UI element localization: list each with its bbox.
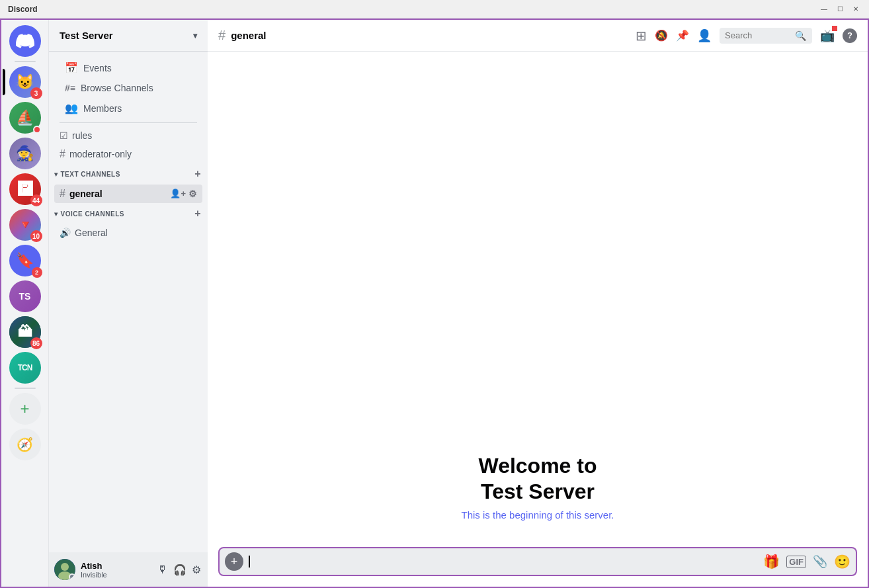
- emoji-icon[interactable]: 🙂: [834, 554, 850, 569]
- server-icon-3[interactable]: 🧙: [9, 138, 41, 169]
- collapse-chevron: ▾: [54, 171, 58, 178]
- text-channels-label: TEXT CHANNELS: [61, 171, 120, 178]
- hash-icon-general: #: [60, 188, 65, 200]
- compass-icon: 🧭: [17, 437, 33, 452]
- badge-5: 10: [30, 230, 42, 242]
- help-icon[interactable]: ?: [843, 28, 857, 43]
- welcome-section: Welcome toTest Server This is the beginn…: [218, 427, 857, 547]
- badge-1: 3: [30, 87, 42, 99]
- user-status: Invisible: [81, 571, 151, 579]
- rules-icon: ☑: [60, 130, 68, 141]
- server-icon-4[interactable]: 🅿 44: [9, 173, 41, 205]
- server-divider-2: [15, 388, 36, 389]
- username: Atish: [81, 561, 151, 571]
- server-icon-1[interactable]: 😺 3: [9, 66, 41, 98]
- text-cursor: [249, 556, 250, 567]
- status-dot: [69, 573, 75, 580]
- app-body: 😺 3 ⛵ 🧙 🅿 44 🔻 10 🔖 2 TS: [0, 19, 869, 588]
- user-controls: 🎙 🎧 ⚙: [156, 562, 202, 577]
- search-input[interactable]: [725, 30, 791, 40]
- voice-category-left: ▾ VOICE CHANNELS: [54, 210, 124, 218]
- welcome-title: Welcome toTest Server: [479, 453, 597, 504]
- nav-events[interactable]: 📅 Events: [54, 58, 202, 78]
- nav-members-label: Members: [83, 103, 122, 114]
- user-area: Atish Invisible 🎙 🎧 ⚙: [49, 552, 208, 587]
- plus-icon: +: [20, 399, 29, 418]
- welcome-subtitle: This is the beginning of this server.: [462, 509, 614, 521]
- add-text-channel-button[interactable]: +: [193, 167, 202, 181]
- minimize-button[interactable]: —: [819, 4, 829, 15]
- inbox-icon[interactable]: 📺: [820, 28, 835, 43]
- channel-voice-general[interactable]: 🔊 General: [54, 224, 202, 241]
- close-button[interactable]: ✕: [850, 4, 861, 15]
- app-title: Discord: [8, 5, 38, 14]
- search-icon: 🔍: [795, 30, 806, 41]
- events-icon: 📅: [65, 62, 78, 74]
- server-divider: [15, 61, 36, 62]
- input-right-icons: 🎁 GIF 📎 🙂: [763, 554, 850, 569]
- user-settings-button[interactable]: ⚙: [190, 562, 202, 577]
- voice-general-label: General: [75, 228, 108, 238]
- add-voice-channel-button[interactable]: +: [193, 206, 202, 221]
- channel-sidebar: Test Server ▾ 📅 Events #≡ Browse Channel…: [49, 20, 208, 587]
- badge-4: 44: [30, 194, 42, 206]
- channel-general-left: # general: [60, 188, 103, 200]
- avatar: [54, 559, 75, 580]
- channel-header-icons: ⊞ 🔕 📌 👤 🔍 📺 ?: [636, 28, 857, 44]
- channel-header-name: general: [231, 30, 266, 41]
- members-icon: 👥: [65, 102, 78, 114]
- discord-home-button[interactable]: [9, 25, 41, 57]
- server-icon-5[interactable]: 🔻 10: [9, 209, 41, 241]
- channel-mod-label: moderator-only: [69, 149, 132, 159]
- server-header[interactable]: Test Server ▾: [49, 20, 208, 52]
- channel-voice-left: 🔊 General: [60, 228, 108, 238]
- window-controls: — ☐ ✕: [819, 4, 861, 15]
- channel-general[interactable]: # general 👤+ ⚙: [54, 185, 202, 203]
- browse-channels-icon: #≡: [65, 83, 75, 93]
- mute-button[interactable]: 🎙: [156, 562, 169, 577]
- gift-icon[interactable]: 🎁: [763, 554, 780, 569]
- add-button[interactable]: +: [225, 552, 243, 571]
- hash-icon-mod: #: [60, 148, 65, 160]
- member-list-icon[interactable]: 👤: [697, 28, 712, 43]
- server-icon-6[interactable]: 🔖 2: [9, 245, 41, 276]
- deafen-button[interactable]: 🎧: [172, 562, 188, 577]
- chevron-down-icon: ▾: [193, 31, 197, 40]
- server-icon-tcn[interactable]: TCN: [9, 352, 41, 384]
- add-member-icon[interactable]: 👤+: [170, 189, 186, 199]
- message-area: Welcome toTest Server This is the beginn…: [208, 52, 868, 547]
- nav-members[interactable]: 👥 Members: [54, 98, 202, 118]
- threads-icon[interactable]: ⊞: [636, 28, 647, 44]
- maximize-button[interactable]: ☐: [835, 4, 845, 15]
- search-bar: 🔍: [720, 28, 812, 44]
- text-channels-category[interactable]: ▾ TEXT CHANNELS +: [49, 164, 208, 184]
- server-icon-photo[interactable]: 🏔 86: [9, 316, 41, 348]
- explore-button[interactable]: 🧭: [9, 429, 41, 460]
- speaker-badge-2: [33, 126, 41, 134]
- channel-moderator[interactable]: # moderator-only: [54, 145, 202, 163]
- main-content: # general ⊞ 🔕 📌 👤 🔍 📺 ?: [208, 20, 868, 587]
- server-list: 😺 3 ⛵ 🧙 🅿 44 🔻 10 🔖 2 TS: [1, 20, 49, 587]
- channel-rules-left: ☑ rules: [60, 130, 92, 141]
- voice-channels-category[interactable]: ▾ VOICE CHANNELS +: [49, 204, 208, 224]
- nav-browse-channels[interactable]: #≡ Browse Channels: [54, 79, 202, 97]
- add-server-button[interactable]: +: [9, 393, 41, 425]
- title-bar: Discord — ☐ ✕: [0, 0, 869, 19]
- nav-browse-label: Browse Channels: [81, 83, 153, 93]
- mute-channel-icon[interactable]: 🔕: [655, 29, 668, 42]
- collapse-chevron-voice: ▾: [54, 210, 58, 218]
- server-icon-2[interactable]: ⛵: [9, 102, 41, 134]
- message-input-area: + 🎁 GIF 📎 🙂: [208, 547, 868, 587]
- user-info: Atish Invisible: [81, 561, 151, 579]
- gif-button[interactable]: GIF: [786, 556, 806, 568]
- channel-mod-left: # moderator-only: [60, 148, 132, 160]
- settings-icon[interactable]: ⚙: [188, 189, 197, 199]
- channel-rules[interactable]: ☑ rules: [54, 127, 202, 144]
- channel-header: # general ⊞ 🔕 📌 👤 🔍 📺 ?: [208, 20, 868, 52]
- attach-icon[interactable]: 📎: [813, 554, 827, 569]
- pin-icon[interactable]: 📌: [676, 29, 689, 42]
- nav-events-label: Events: [83, 63, 112, 73]
- channel-list: 📅 Events #≡ Browse Channels 👥 Members ☑ …: [49, 52, 208, 552]
- server-icon-ts[interactable]: TS: [9, 280, 41, 312]
- channel-rules-label: rules: [72, 130, 92, 141]
